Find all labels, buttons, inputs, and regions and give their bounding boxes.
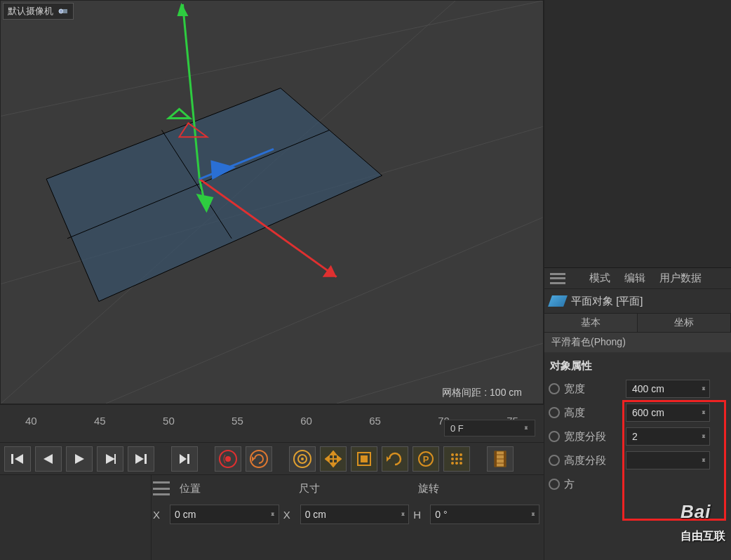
svg-marker-16 (323, 265, 337, 277)
svg-point-48 (451, 453, 454, 456)
svg-point-52 (455, 458, 458, 460)
goto-start-button[interactable] (4, 446, 31, 472)
position-x-input[interactable]: 0 cm▲▼ (170, 505, 279, 524)
plane-icon (548, 295, 568, 307)
svg-point-35 (298, 455, 307, 463)
svg-point-36 (301, 458, 304, 460)
svg-line-10 (182, 4, 199, 179)
svg-point-31 (225, 456, 231, 462)
viewport-3d[interactable]: 默认摄像机 (0, 0, 544, 404)
position-header: 位置 (180, 482, 299, 495)
svg-line-8 (162, 130, 232, 238)
current-frame-input[interactable]: 0 F ▲▼ (444, 420, 535, 436)
goto-end-button[interactable] (128, 446, 154, 472)
move-tool-button[interactable] (320, 446, 347, 472)
svg-rect-29 (187, 454, 189, 464)
svg-point-49 (455, 453, 458, 456)
step-back-button[interactable] (35, 446, 62, 472)
svg-point-0 (59, 9, 63, 13)
svg-point-51 (451, 458, 454, 460)
coordinates-panel: 位置 尺寸 旋转 X 0 cm▲▼ X 0 cm▲▼ H 0 °▲▼ (0, 474, 544, 560)
radio-dir[interactable] (549, 479, 560, 490)
svg-marker-24 (106, 454, 115, 464)
camera-label[interactable]: 默认摄像机 (3, 3, 74, 20)
svg-point-30 (220, 451, 236, 467)
rotate-tool-button[interactable] (382, 446, 408, 472)
svg-rect-1 (63, 9, 67, 13)
svg-line-2 (1, 1, 542, 116)
radio-height[interactable] (549, 407, 560, 418)
tab-basic[interactable]: 基本 (544, 314, 638, 332)
tab-coord[interactable]: 坐标 (638, 314, 731, 332)
input-height[interactable]: 600 cm▲▼ (626, 404, 710, 422)
rotation-h-input[interactable]: 0 °▲▼ (430, 505, 539, 524)
svg-marker-14 (169, 109, 190, 118)
rotation-header: 旋转 (418, 482, 537, 495)
svg-marker-28 (180, 454, 187, 464)
svg-line-9 (67, 130, 330, 238)
input-width[interactable]: 400 cm▲▼ (626, 380, 710, 398)
input-hseg[interactable]: ▲▼ (626, 451, 710, 469)
svg-marker-21 (15, 454, 23, 464)
svg-point-46 (419, 452, 433, 466)
playback-toolbar: P (0, 442, 544, 474)
menu-mode[interactable]: 模式 (589, 272, 610, 285)
size-x-input[interactable]: 0 cm▲▼ (300, 505, 410, 524)
input-wseg[interactable]: 2▲▼ (626, 427, 710, 446)
svg-rect-57 (495, 451, 506, 467)
label-dir: 方 (564, 478, 622, 491)
svg-marker-23 (75, 454, 84, 464)
section-object-props: 对象属性 (544, 352, 731, 377)
svg-line-3 (1, 1, 455, 404)
menu-icon[interactable] (550, 273, 565, 284)
axis-h-label: H (413, 509, 426, 521)
label-width: 宽度 (564, 382, 622, 396)
svg-line-18 (199, 149, 274, 179)
camera-icon (58, 7, 69, 15)
grid-spacing-label: 网格间距 : 100 cm (442, 387, 522, 399)
param-button[interactable]: P (413, 446, 439, 472)
render-button[interactable] (487, 446, 514, 472)
svg-rect-25 (114, 454, 116, 464)
radio-hseg[interactable] (549, 455, 560, 466)
radio-width[interactable] (549, 383, 560, 394)
menu-icon[interactable] (153, 481, 170, 495)
svg-marker-39 (330, 451, 336, 455)
autokey-button[interactable] (246, 446, 272, 472)
svg-marker-41 (326, 456, 329, 462)
svg-point-34 (294, 451, 311, 467)
svg-marker-13 (198, 195, 212, 211)
grid-snap-button[interactable] (443, 446, 470, 472)
svg-line-15 (199, 179, 336, 277)
svg-rect-59 (504, 451, 506, 467)
radio-wseg[interactable] (549, 431, 560, 442)
step-forward-button[interactable] (97, 446, 123, 472)
svg-point-56 (460, 462, 462, 465)
attributes-panel: 模式 编辑 用户数据 平面对象 [平面] 基本 坐标 平滑着色(Phong) 对… (544, 0, 731, 560)
svg-point-55 (455, 462, 458, 465)
svg-rect-44 (361, 455, 368, 462)
object-title-row: 平面对象 [平面] (544, 289, 731, 313)
keyframe-options-button[interactable] (289, 446, 316, 472)
menu-userdata[interactable]: 用户数据 (659, 272, 702, 285)
menu-edit[interactable]: 编辑 (624, 272, 645, 285)
svg-rect-43 (358, 453, 370, 465)
svg-point-54 (451, 462, 454, 465)
axis-x-label: X (153, 509, 166, 521)
svg-rect-58 (495, 451, 497, 467)
record-button[interactable] (215, 446, 241, 472)
label-hseg: 高度分段 (564, 454, 622, 467)
svg-point-50 (460, 453, 462, 456)
svg-marker-19 (210, 160, 236, 180)
scale-tool-button[interactable] (351, 446, 377, 472)
svg-line-4 (106, 218, 543, 404)
svg-marker-11 (177, 3, 188, 16)
tab-phong[interactable]: 平滑着色(Phong) (544, 333, 731, 352)
svg-text:P: P (423, 454, 429, 465)
object-manager[interactable] (544, 0, 731, 268)
svg-marker-42 (337, 456, 341, 462)
play-button[interactable] (66, 446, 93, 472)
next-key-button[interactable] (171, 446, 198, 472)
svg-rect-27 (145, 454, 147, 464)
camera-name: 默认摄像机 (8, 5, 53, 18)
